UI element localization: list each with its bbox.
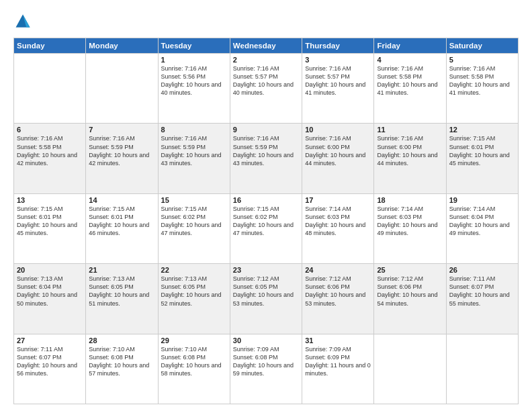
day-header-sunday: Sunday [14, 38, 86, 54]
day-info: Sunrise: 7:16 AMSunset: 6:00 PMDaylight:… [305, 134, 371, 167]
day-info: Sunrise: 7:13 AMSunset: 6:05 PMDaylight:… [161, 275, 227, 308]
calendar-cell: 27Sunrise: 7:11 AMSunset: 6:07 PMDayligh… [14, 334, 86, 404]
calendar-cell: 25Sunrise: 7:12 AMSunset: 6:06 PMDayligh… [374, 264, 446, 334]
day-number: 14 [89, 196, 154, 204]
calendar-cell: 21Sunrise: 7:13 AMSunset: 6:05 PMDayligh… [86, 264, 158, 334]
calendar-cell: 16Sunrise: 7:15 AMSunset: 6:02 PMDayligh… [230, 193, 302, 263]
calendar-cell: 13Sunrise: 7:15 AMSunset: 6:01 PMDayligh… [14, 193, 86, 263]
day-number: 22 [161, 266, 227, 274]
day-info: Sunrise: 7:15 AMSunset: 6:01 PMDaylight:… [449, 134, 515, 167]
calendar-cell: 4Sunrise: 7:16 AMSunset: 5:58 PMDaylight… [374, 54, 446, 124]
logo-icon [13, 12, 32, 31]
day-number: 9 [233, 126, 299, 134]
calendar-cell [14, 54, 86, 124]
day-info: Sunrise: 7:09 AMSunset: 6:09 PMDaylight:… [305, 345, 371, 378]
day-number: 19 [449, 196, 515, 204]
day-number: 8 [161, 126, 227, 134]
day-number: 21 [89, 266, 154, 274]
day-info: Sunrise: 7:16 AMSunset: 5:58 PMDaylight:… [449, 64, 515, 97]
day-number: 4 [377, 56, 443, 64]
day-info: Sunrise: 7:14 AMSunset: 6:03 PMDaylight:… [305, 205, 371, 238]
logo [13, 12, 35, 31]
day-number: 6 [17, 126, 83, 134]
calendar-cell: 22Sunrise: 7:13 AMSunset: 6:05 PMDayligh… [158, 264, 230, 334]
calendar-cell: 26Sunrise: 7:11 AMSunset: 6:07 PMDayligh… [446, 264, 518, 334]
day-number: 1 [161, 56, 227, 64]
calendar-table: SundayMondayTuesdayWednesdayThursdayFrid… [13, 38, 519, 404]
calendar-cell: 5Sunrise: 7:16 AMSunset: 5:58 PMDaylight… [446, 54, 518, 124]
calendar-cell: 12Sunrise: 7:15 AMSunset: 6:01 PMDayligh… [446, 124, 518, 193]
calendar-cell: 14Sunrise: 7:15 AMSunset: 6:01 PMDayligh… [86, 193, 158, 263]
day-info: Sunrise: 7:16 AMSunset: 5:58 PMDaylight:… [17, 134, 83, 167]
day-info: Sunrise: 7:09 AMSunset: 6:08 PMDaylight:… [233, 345, 299, 378]
calendar-cell: 17Sunrise: 7:14 AMSunset: 6:03 PMDayligh… [302, 193, 374, 263]
day-info: Sunrise: 7:12 AMSunset: 6:06 PMDaylight:… [305, 275, 371, 308]
calendar-week-row: 13Sunrise: 7:15 AMSunset: 6:01 PMDayligh… [14, 193, 519, 263]
calendar-cell [374, 334, 446, 404]
calendar-week-row: 27Sunrise: 7:11 AMSunset: 6:07 PMDayligh… [14, 334, 519, 404]
day-number: 20 [17, 266, 83, 274]
day-number: 12 [449, 126, 515, 134]
calendar-cell: 2Sunrise: 7:16 AMSunset: 5:57 PMDaylight… [230, 54, 302, 124]
calendar-cell: 24Sunrise: 7:12 AMSunset: 6:06 PMDayligh… [302, 264, 374, 334]
calendar-cell: 6Sunrise: 7:16 AMSunset: 5:58 PMDaylight… [14, 124, 86, 193]
calendar-week-row: 6Sunrise: 7:16 AMSunset: 5:58 PMDaylight… [14, 124, 519, 193]
day-number: 28 [89, 336, 154, 345]
calendar-cell: 8Sunrise: 7:16 AMSunset: 5:59 PMDaylight… [158, 124, 230, 193]
day-info: Sunrise: 7:15 AMSunset: 6:02 PMDaylight:… [233, 205, 299, 238]
day-info: Sunrise: 7:16 AMSunset: 5:59 PMDaylight:… [89, 134, 154, 167]
calendar-cell: 18Sunrise: 7:14 AMSunset: 6:03 PMDayligh… [374, 193, 446, 263]
day-info: Sunrise: 7:15 AMSunset: 6:01 PMDaylight:… [89, 205, 154, 238]
calendar-cell: 9Sunrise: 7:16 AMSunset: 5:59 PMDaylight… [230, 124, 302, 193]
day-number: 27 [17, 336, 83, 345]
calendar-cell: 19Sunrise: 7:14 AMSunset: 6:04 PMDayligh… [446, 193, 518, 263]
calendar-cell: 10Sunrise: 7:16 AMSunset: 6:00 PMDayligh… [302, 124, 374, 193]
day-number: 23 [233, 266, 299, 274]
calendar-cell: 1Sunrise: 7:16 AMSunset: 5:56 PMDaylight… [158, 54, 230, 124]
day-info: Sunrise: 7:15 AMSunset: 6:01 PMDaylight:… [17, 205, 83, 238]
day-info: Sunrise: 7:10 AMSunset: 6:08 PMDaylight:… [161, 345, 227, 378]
day-number: 3 [305, 56, 371, 64]
calendar-cell: 20Sunrise: 7:13 AMSunset: 6:04 PMDayligh… [14, 264, 86, 334]
calendar-cell: 15Sunrise: 7:15 AMSunset: 6:02 PMDayligh… [158, 193, 230, 263]
day-header-monday: Monday [86, 38, 158, 54]
day-info: Sunrise: 7:11 AMSunset: 6:07 PMDaylight:… [449, 275, 515, 308]
day-number: 25 [377, 266, 443, 274]
day-info: Sunrise: 7:12 AMSunset: 6:06 PMDaylight:… [377, 275, 443, 308]
day-number: 7 [89, 126, 154, 134]
day-number: 24 [305, 266, 371, 274]
day-number: 13 [17, 196, 83, 204]
day-number: 16 [233, 196, 299, 204]
day-info: Sunrise: 7:16 AMSunset: 5:59 PMDaylight:… [233, 134, 299, 167]
day-number: 15 [161, 196, 227, 204]
day-info: Sunrise: 7:16 AMSunset: 5:59 PMDaylight:… [161, 134, 227, 167]
day-header-friday: Friday [374, 38, 446, 54]
day-info: Sunrise: 7:10 AMSunset: 6:08 PMDaylight:… [89, 345, 154, 378]
calendar-cell: 29Sunrise: 7:10 AMSunset: 6:08 PMDayligh… [158, 334, 230, 404]
day-info: Sunrise: 7:14 AMSunset: 6:04 PMDaylight:… [449, 205, 515, 238]
calendar-header-row: SundayMondayTuesdayWednesdayThursdayFrid… [14, 38, 519, 54]
day-number: 31 [305, 336, 371, 345]
calendar-cell: 7Sunrise: 7:16 AMSunset: 5:59 PMDaylight… [86, 124, 158, 193]
calendar-cell [446, 334, 518, 404]
calendar-cell: 23Sunrise: 7:12 AMSunset: 6:05 PMDayligh… [230, 264, 302, 334]
day-info: Sunrise: 7:16 AMSunset: 5:57 PMDaylight:… [305, 64, 371, 97]
page: SundayMondayTuesdayWednesdayThursdayFrid… [0, 0, 532, 411]
day-header-thursday: Thursday [302, 38, 374, 54]
day-number: 18 [377, 196, 443, 204]
day-info: Sunrise: 7:13 AMSunset: 6:04 PMDaylight:… [17, 275, 83, 308]
day-header-tuesday: Tuesday [158, 38, 230, 54]
day-number: 11 [377, 126, 443, 134]
day-number: 26 [449, 266, 515, 274]
day-info: Sunrise: 7:15 AMSunset: 6:02 PMDaylight:… [161, 205, 227, 238]
calendar-cell: 11Sunrise: 7:16 AMSunset: 6:00 PMDayligh… [374, 124, 446, 193]
calendar-week-row: 1Sunrise: 7:16 AMSunset: 5:56 PMDaylight… [14, 54, 519, 124]
day-number: 29 [161, 336, 227, 345]
calendar-cell: 28Sunrise: 7:10 AMSunset: 6:08 PMDayligh… [86, 334, 158, 404]
calendar-cell [86, 54, 158, 124]
day-number: 10 [305, 126, 371, 134]
calendar-week-row: 20Sunrise: 7:13 AMSunset: 6:04 PMDayligh… [14, 264, 519, 334]
day-info: Sunrise: 7:13 AMSunset: 6:05 PMDaylight:… [89, 275, 154, 308]
day-info: Sunrise: 7:16 AMSunset: 5:56 PMDaylight:… [161, 64, 227, 97]
calendar-cell: 3Sunrise: 7:16 AMSunset: 5:57 PMDaylight… [302, 54, 374, 124]
